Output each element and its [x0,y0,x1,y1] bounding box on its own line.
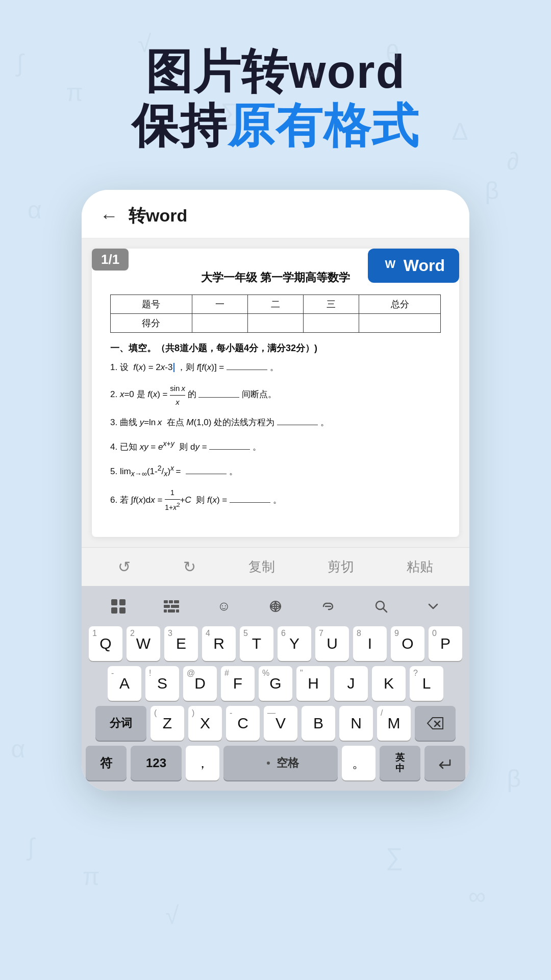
edit-toolbar: ↺ ↻ 复制 剪切 粘贴 [82,547,469,586]
svg-rect-8 [174,600,179,603]
key-F[interactable]: #F [221,666,255,701]
table-row2-0: 得分 [111,313,192,332]
svg-point-21 [267,762,270,765]
table-row2-4 [359,313,441,332]
page-badge: 1/1 [92,249,129,271]
key-N[interactable]: N [339,706,373,741]
hero-normal-text: 保持 [132,100,228,152]
svg-rect-4 [111,607,117,614]
question-4: 4. 已知 xy = ex+y 则 dy = 。 [110,437,441,455]
table-header-1: 一 [192,295,247,313]
keyboard-rows: 1Q 2W 3E 4R 5T 6Y 7U 8I 9O 0P -A !S @D #… [82,624,469,791]
key-M[interactable]: /M [377,706,411,741]
svg-rect-2 [111,599,117,605]
copy-button[interactable]: 复制 [242,556,281,578]
paste-button[interactable]: 粘贴 [400,556,439,578]
doc-area: 1/1 W Word 大学一年级 第一学期高等数学 题号 一 二 三 [82,238,469,548]
key-D[interactable]: @D [183,666,217,701]
key-Z[interactable]: (Z [151,706,184,741]
question-1[interactable]: 1. 设 f(x) = 2x-3 ，则 f[f(x)] = 。 [110,360,441,375]
key-O[interactable]: 9O [391,626,424,661]
svg-text:W: W [385,258,395,271]
key-J[interactable]: J [334,666,368,701]
table-row2-3 [304,313,359,332]
space-label: 空格 [277,755,299,771]
keyboard-area: ☺ [82,586,469,791]
cut-button[interactable]: 剪切 [321,556,360,578]
phone-mockup: ← 转word 1/1 W Word 大学一年级 第一学期高等数学 题号 一 [82,190,469,791]
score-table: 题号 一 二 三 总分 得分 [110,295,441,333]
key-S[interactable]: !S [145,666,179,701]
collapse-icon[interactable] [419,594,447,619]
table-header-3: 三 [304,295,359,313]
key-row-3: 分词 (Z )X -C —V B N /M [86,706,465,741]
hero-title-line2: 保持原有格式 [31,97,520,154]
key-R[interactable]: 4R [202,626,236,661]
table-row2-1 [192,313,247,332]
key-Q[interactable]: 1Q [89,626,122,661]
phone-topbar: ← 转word [82,190,469,238]
doc-paper: 大学一年级 第一学期高等数学 题号 一 二 三 总分 得分 [92,249,459,537]
search-icon[interactable] [367,594,395,619]
svg-line-18 [383,608,387,612]
hero-title-line1: 图片转word [31,46,520,97]
key-P[interactable]: 0P [429,626,462,661]
hero-section: 图片转word 保持原有格式 [0,0,551,175]
key-I[interactable]: 8I [353,626,387,661]
key-V[interactable]: —V [264,706,297,741]
key-B[interactable]: B [302,706,335,741]
word-button-label: Word [404,256,445,275]
keyboard-layout-icon[interactable] [157,595,186,618]
key-fenqi[interactable]: 分词 [95,706,146,741]
svg-rect-10 [171,605,179,608]
key-space[interactable]: 空格 [223,746,338,780]
topbar-title: 转word [129,204,187,228]
key-lang[interactable]: 英中 [380,746,420,780]
key-backspace[interactable] [415,706,456,741]
table-header-0: 题号 [111,295,192,313]
key-123[interactable]: 123 [131,746,182,780]
link-icon[interactable] [313,597,343,616]
key-row-4: 符 123 ， 空格 。 英中 [86,746,465,780]
svg-rect-6 [164,600,168,603]
svg-rect-5 [119,607,126,614]
key-X[interactable]: )X [188,706,222,741]
key-E[interactable]: 3E [164,626,198,661]
key-G[interactable]: %G [259,666,292,701]
key-L[interactable]: ?L [410,666,443,701]
svg-rect-12 [168,609,175,612]
redo-button[interactable]: ↻ [177,556,202,578]
key-U[interactable]: 7U [315,626,349,661]
word-icon: W [382,256,398,276]
key-H[interactable]: "H [296,666,330,701]
key-C[interactable]: -C [226,706,260,741]
section-header: 一、填空。（共8道小题，每小题4分，满分32分）) [110,342,441,354]
key-row-2: -A !S @D #F %G "H J K ?L [86,666,465,701]
key-comma[interactable]: ， [186,746,219,780]
table-header-4: 总分 [359,295,441,313]
input-mode-icon[interactable] [261,594,290,619]
back-button[interactable]: ← [100,205,118,227]
svg-rect-13 [176,609,179,612]
svg-rect-9 [164,605,170,608]
key-T[interactable]: 5T [240,626,273,661]
key-Y[interactable]: 6Y [278,626,311,661]
question-2: 2. x=0 是 f(x) = sin xx 的 间断点。 [110,382,441,408]
emoji-icon[interactable]: ☺ [210,593,238,619]
key-enter[interactable] [424,746,465,780]
keyboard-special-row: ☺ [82,586,469,624]
svg-rect-3 [119,599,126,605]
key-W[interactable]: 2W [127,626,160,661]
undo-button[interactable]: ↺ [112,556,137,578]
key-period[interactable]: 。 [342,746,375,780]
question-6: 6. 若 ∫f(x)dx = 11+x2+C 则 f(x) = 。 [110,487,441,513]
word-button[interactable]: W Word [368,249,459,283]
key-row-1: 1Q 2W 3E 4R 5T 6Y 7U 8I 9O 0P [86,626,465,661]
keyboard-grid-icon[interactable] [104,594,133,619]
key-fu[interactable]: 符 [86,746,127,780]
key-A[interactable]: -A [108,666,141,701]
svg-rect-7 [169,600,173,603]
table-row2-2 [247,313,303,332]
key-K[interactable]: K [372,666,406,701]
question-3: 3. 曲线 y=ln x 在点 M(1,0) 处的法线方程为 。 [110,415,441,430]
